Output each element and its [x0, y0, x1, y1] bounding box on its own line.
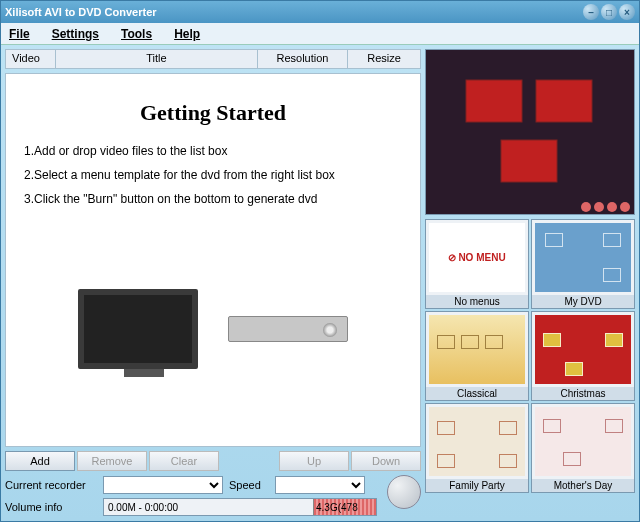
video-list[interactable]: Getting Started 1.Add or drop video file… [5, 73, 421, 447]
template-family-party[interactable]: Family Party [425, 403, 529, 493]
step-1: 1.Add or drop video files to the list bo… [24, 144, 402, 158]
app-window: Xilisoft AVI to DVD Converter – □ × File… [0, 0, 640, 522]
col-resize[interactable]: Resize [348, 50, 420, 68]
speed-label: Speed [229, 479, 269, 491]
add-button[interactable]: Add [5, 451, 75, 471]
col-video[interactable]: Video [6, 50, 56, 68]
getting-started-title: Getting Started [24, 100, 402, 126]
menu-tools[interactable]: Tools [121, 27, 152, 41]
volume-text: 0.00M - 0:00:00 [104, 502, 182, 513]
burn-button[interactable] [387, 475, 421, 509]
tv-icon [78, 289, 198, 369]
remove-button[interactable]: Remove [77, 451, 147, 471]
template-grid: NO MENU No menus My DVD Classical Christ… [425, 219, 635, 517]
step-2: 2.Select a menu template for the dvd fro… [24, 168, 402, 182]
volume-label: Volume info [5, 501, 97, 513]
preview-controls [581, 202, 630, 212]
menu-help[interactable]: Help [174, 27, 200, 41]
list-header: Video Title Resolution Resize [5, 49, 421, 69]
template-my-dvd[interactable]: My DVD [531, 219, 635, 309]
menu-file[interactable]: File [9, 27, 30, 41]
menu-preview [425, 49, 635, 215]
template-no-menus[interactable]: NO MENU No menus [425, 219, 529, 309]
maximize-button[interactable]: □ [601, 4, 617, 20]
volume-free: 4.3G(478 [316, 502, 358, 513]
clear-button[interactable]: Clear [149, 451, 219, 471]
titlebar: Xilisoft AVI to DVD Converter – □ × [1, 1, 639, 23]
minimize-button[interactable]: – [583, 4, 599, 20]
preview-prev-icon[interactable] [581, 202, 591, 212]
col-resolution[interactable]: Resolution [258, 50, 348, 68]
up-button[interactable]: Up [279, 451, 349, 471]
window-title: Xilisoft AVI to DVD Converter [5, 6, 583, 18]
step-3: 3.Click the "Burn" button on the bottom … [24, 192, 402, 206]
recorder-select[interactable] [103, 476, 223, 494]
template-classical[interactable]: Classical [425, 311, 529, 401]
template-christmas[interactable]: Christmas [531, 311, 635, 401]
col-title[interactable]: Title [56, 50, 258, 68]
menubar: File Settings Tools Help [1, 23, 639, 45]
recorder-label: Current recorder [5, 479, 97, 491]
volume-bar: 0.00M - 0:00:00 4.3G(478 [103, 498, 377, 516]
illustration [24, 224, 402, 434]
preview-stop-icon[interactable] [607, 202, 617, 212]
close-button[interactable]: × [619, 4, 635, 20]
preview-play-icon[interactable] [594, 202, 604, 212]
template-mothers-day[interactable]: Mother's Day [531, 403, 635, 493]
menu-settings[interactable]: Settings [52, 27, 99, 41]
dvd-player-icon [228, 316, 348, 342]
speed-select[interactable] [275, 476, 365, 494]
preview-next-icon[interactable] [620, 202, 630, 212]
down-button[interactable]: Down [351, 451, 421, 471]
